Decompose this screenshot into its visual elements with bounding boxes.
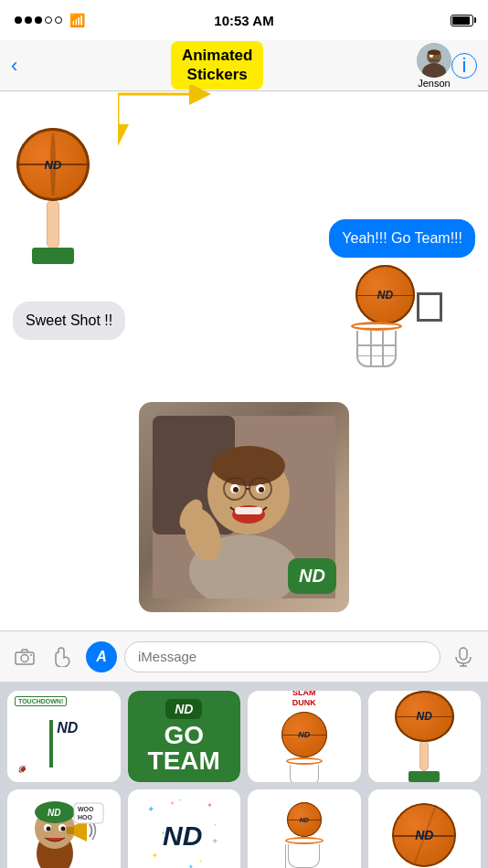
net <box>356 331 397 367</box>
backboard <box>417 292 442 322</box>
hoop2-net <box>288 844 320 868</box>
contact-avatar <box>417 43 451 78</box>
touchdown-art: TOUCHDOWN! ND 🏈 <box>7 691 121 782</box>
sticker-bball2[interactable]: ND <box>368 789 482 868</box>
sticker-sparkle-nd[interactable]: ✦ ✦ ✦ ✦ ✦ ✦ ✦ + + + ND <box>128 789 241 868</box>
svg-text:+: + <box>214 821 217 827</box>
sleeve-sm <box>408 771 440 782</box>
camera-button[interactable] <box>9 641 40 672</box>
svg-point-26 <box>30 654 32 656</box>
woohoo-svg: ND WOO HOO <box>23 794 105 868</box>
sticker-panel: TOUCHDOWN! ND 🏈 ND GO TEAM <box>0 682 488 868</box>
slamdunk-art: SLAMDUNK ND <box>248 691 361 782</box>
sticker-goteam[interactable]: ND GO TEAM <box>128 691 241 782</box>
mic-button[interactable] <box>448 641 479 672</box>
touchdown-pole-area: ND <box>49 715 78 767</box>
sparkle-nd-art: ✦ ✦ ✦ ✦ ✦ ✦ ✦ + + + ND <box>128 789 241 868</box>
contact-area[interactable]: Jenson <box>417 43 451 89</box>
basketball-spin-sticker[interactable]: ND <box>16 128 90 264</box>
hoop2-rim <box>285 837 324 844</box>
info-button[interactable]: i <box>451 53 477 79</box>
bball2-nd: ND <box>415 828 433 842</box>
battery-icon <box>451 15 473 26</box>
svg-text:✦: ✦ <box>211 836 218 846</box>
back-button[interactable]: ‹ <box>11 54 17 78</box>
touch-button[interactable] <box>48 641 79 672</box>
svg-text:+: + <box>179 797 182 802</box>
animated-stickers-label: Animated Stickers <box>171 41 263 90</box>
bball2-circle: ND <box>392 803 456 867</box>
signal-dot-2 <box>25 16 32 24</box>
sticker-bball-finger[interactable]: ND <box>368 691 482 782</box>
sticker-hoop2[interactable]: ND <box>248 789 361 868</box>
hoop2-ball: ND <box>287 802 322 837</box>
basketball-hoop-sticker[interactable]: ND <box>342 265 442 375</box>
svg-text:ND: ND <box>163 820 202 851</box>
avatar-svg <box>417 43 451 78</box>
hoop2-art: ND <box>248 789 361 868</box>
chat-area: ND Sweet Shot !! Yeah!!! Go Team!!! ND <box>0 91 488 630</box>
back-chevron-icon: ‹ <box>11 54 17 78</box>
slamdunk-text: SLAMDUNK <box>292 691 316 708</box>
signal-dot-3 <box>35 16 42 24</box>
svg-point-25 <box>21 654 28 662</box>
message-input[interactable] <box>124 641 440 672</box>
sleeve-art <box>32 248 74 264</box>
rim-sm <box>286 757 323 765</box>
nav-bar: ‹ Animated Stickers <box>0 40 488 91</box>
rim <box>351 322 402 331</box>
svg-text:✦: ✦ <box>147 804 154 814</box>
nav-center: Animated Stickers <box>17 41 417 90</box>
svg-text:+: + <box>199 858 203 863</box>
nd-logo-td: ND <box>57 720 78 736</box>
go-team-words: GO TEAM <box>148 723 220 774</box>
svg-rect-38 <box>67 827 74 834</box>
svg-text:✦: ✦ <box>207 801 213 810</box>
woohoo-art: ND WOO HOO <box>7 789 121 868</box>
contact-name: Jenson <box>418 78 450 89</box>
svg-rect-7 <box>428 50 440 55</box>
slamdunk-hoop: ND <box>281 712 327 782</box>
go-word: GO <box>148 723 220 748</box>
bubble-sent-1: Yeah!!! Go Team!!! <box>329 219 475 258</box>
bball-finger-art: ND <box>368 691 482 782</box>
touchdown-text: TOUCHDOWN! <box>15 696 67 706</box>
svg-point-15 <box>233 487 239 492</box>
svg-text:✦: ✦ <box>188 863 194 868</box>
sticker-touchdown[interactable]: TOUCHDOWN! ND 🏈 <box>7 691 121 782</box>
signal-dot-4 <box>45 16 52 24</box>
sticker-woohoo[interactable]: ND WOO HOO <box>7 789 121 868</box>
status-time: 10:53 AM <box>214 13 273 28</box>
msg-yeah-go-team: Yeah!!! Go Team!!! <box>329 219 475 258</box>
touch-icon <box>53 647 73 667</box>
wifi-icon: 📶 <box>69 13 85 27</box>
nd-logo-spinning: ND <box>45 158 62 172</box>
svg-point-36 <box>46 827 50 831</box>
svg-rect-6 <box>429 59 440 61</box>
net-sm <box>290 765 319 782</box>
svg-rect-18 <box>235 507 262 514</box>
sticker-slamdunk[interactable]: SLAMDUNK ND <box>248 691 361 782</box>
photo-message[interactable]: ND <box>139 402 349 612</box>
signal-dots <box>15 16 62 24</box>
input-bar: A <box>0 630 488 682</box>
svg-text:✦: ✦ <box>152 852 158 860</box>
svg-text:ND: ND <box>48 808 60 818</box>
bball2-art: ND <box>368 789 482 868</box>
mic-icon <box>455 647 472 667</box>
goteam-art: ND GO TEAM <box>128 691 241 782</box>
nd-chip: ND <box>165 699 202 719</box>
svg-point-12 <box>212 446 285 486</box>
sticker-grid-row1: TOUCHDOWN! ND 🏈 ND GO TEAM <box>7 691 481 782</box>
hoop-ball: ND <box>355 265 415 324</box>
hoop-art-main: ND <box>342 265 442 375</box>
status-right <box>451 15 473 26</box>
nd-box: ND <box>288 558 336 594</box>
signal-dot-1 <box>15 16 22 24</box>
finger-art <box>47 199 59 249</box>
nd-box-overlay: ND <box>288 558 336 594</box>
svg-text:✦: ✦ <box>170 800 175 806</box>
hoop2-container: ND <box>285 802 324 868</box>
msg-sweet-shot: Sweet Shot !! <box>13 302 125 340</box>
app-store-button[interactable]: A <box>86 641 117 672</box>
